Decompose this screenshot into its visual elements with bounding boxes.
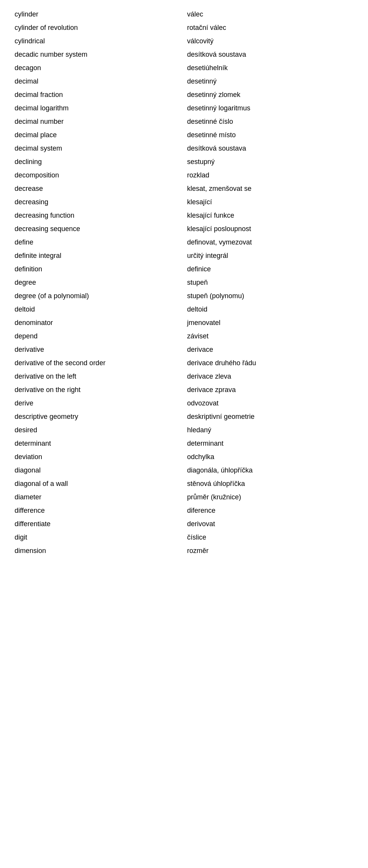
english-term: decrease: [12, 182, 184, 195]
table-row: decreasing sequenceklesající posloupnost: [12, 222, 356, 236]
table-row: decreasing functionklesající funkce: [12, 209, 356, 222]
english-term: derivative: [12, 343, 184, 356]
english-term: deviation: [12, 450, 184, 464]
czech-translation: stěnová úhlopříčka: [184, 477, 356, 491]
english-term: decimal system: [12, 142, 184, 155]
english-term: derive: [12, 397, 184, 410]
czech-translation: sestupný: [184, 155, 356, 169]
english-term: decimal: [12, 75, 184, 88]
table-row: derivative of the second orderderivace d…: [12, 356, 356, 370]
table-row: decliningsestupný: [12, 155, 356, 169]
czech-translation: definovat, vymezovat: [184, 236, 356, 249]
czech-translation: deskriptivní geometrie: [184, 410, 356, 423]
table-row: derivativederivace: [12, 343, 356, 356]
czech-translation: desetiúhelník: [184, 61, 356, 75]
czech-translation: deltoid: [184, 303, 356, 316]
czech-translation: desetinný logaritmus: [184, 102, 356, 115]
table-row: decompositionrozklad: [12, 169, 356, 182]
english-term: decomposition: [12, 169, 184, 182]
english-term: diameter: [12, 491, 184, 504]
table-row: degree (of a polynomial)stupeň (polynomu…: [12, 289, 356, 303]
table-row: differencediference: [12, 504, 356, 517]
table-row: differentiatederivovat: [12, 517, 356, 531]
czech-translation: válcovitý: [184, 34, 356, 48]
english-term: differentiate: [12, 517, 184, 531]
czech-translation: derivace zprava: [184, 383, 356, 397]
czech-translation: odchylka: [184, 450, 356, 464]
czech-translation: válec: [184, 8, 356, 21]
czech-translation: jmenovatel: [184, 316, 356, 330]
table-row: denominatorjmenovatel: [12, 316, 356, 330]
english-term: cylinder of revolution: [12, 21, 184, 34]
table-row: deriveodvozovat: [12, 397, 356, 410]
czech-translation: číslice: [184, 531, 356, 544]
table-row: decimal fractiondesetinný zlomek: [12, 88, 356, 102]
table-row: definite integralurčitý integrál: [12, 249, 356, 263]
english-term: derivative on the right: [12, 383, 184, 397]
english-term: decadic number system: [12, 48, 184, 61]
czech-translation: desetinný zlomek: [184, 88, 356, 102]
czech-translation: odvozovat: [184, 397, 356, 410]
table-row: derivative on the rightderivace zprava: [12, 383, 356, 397]
table-row: cylinderválec: [12, 8, 356, 21]
table-row: decimal logarithmdesetinný logaritmus: [12, 102, 356, 115]
english-term: declining: [12, 155, 184, 169]
english-term: dimension: [12, 544, 184, 558]
czech-translation: derivace: [184, 343, 356, 356]
english-term: diagonal of a wall: [12, 477, 184, 491]
czech-translation: rozklad: [184, 169, 356, 182]
english-term: decreasing function: [12, 209, 184, 222]
english-term: desired: [12, 423, 184, 437]
czech-translation: určitý integrál: [184, 249, 356, 263]
table-row: determinantdeterminant: [12, 437, 356, 450]
czech-translation: stupeň: [184, 276, 356, 289]
czech-translation: desetinné místo: [184, 128, 356, 142]
czech-translation: determinant: [184, 437, 356, 450]
table-row: diameterprůměr (kružnice): [12, 491, 356, 504]
czech-translation: diference: [184, 504, 356, 517]
english-term: cylindrical: [12, 34, 184, 48]
czech-translation: desítková soustava: [184, 48, 356, 61]
table-row: definitiondefinice: [12, 263, 356, 276]
english-term: denominator: [12, 316, 184, 330]
czech-translation: derivace druhého řádu: [184, 356, 356, 370]
table-row: decimal placedesetinné místo: [12, 128, 356, 142]
czech-translation: klesat, zmenšovat se: [184, 182, 356, 195]
table-row: decreaseklesat, zmenšovat se: [12, 182, 356, 195]
czech-translation: klesající posloupnost: [184, 222, 356, 236]
czech-translation: rozměr: [184, 544, 356, 558]
english-term: decimal number: [12, 115, 184, 128]
table-row: derivative on the leftderivace zleva: [12, 370, 356, 383]
table-row: deltoiddeltoid: [12, 303, 356, 316]
english-term: cylinder: [12, 8, 184, 21]
english-term: decreasing: [12, 195, 184, 209]
table-row: decimal numberdesetinné číslo: [12, 115, 356, 128]
czech-translation: klesající funkce: [184, 209, 356, 222]
table-row: desiredhledaný: [12, 423, 356, 437]
english-term: definition: [12, 263, 184, 276]
dictionary-table: cylinderváleccylinder of revolutionrotač…: [12, 8, 356, 558]
table-row: decadic number systemdesítková soustava: [12, 48, 356, 61]
english-term: deltoid: [12, 303, 184, 316]
czech-translation: stupeň (polynomu): [184, 289, 356, 303]
table-row: dimensionrozměr: [12, 544, 356, 558]
table-row: diagonal of a wallstěnová úhlopříčka: [12, 477, 356, 491]
english-term: derivative of the second order: [12, 356, 184, 370]
table-row: digitčíslice: [12, 531, 356, 544]
english-term: define: [12, 236, 184, 249]
english-term: diagonal: [12, 464, 184, 477]
table-row: decreasingklesající: [12, 195, 356, 209]
czech-translation: diagonála, úhlopříčka: [184, 464, 356, 477]
table-row: cylindricalválcovitý: [12, 34, 356, 48]
english-term: depend: [12, 330, 184, 343]
table-row: decagondesetiúhelník: [12, 61, 356, 75]
english-term: derivative on the left: [12, 370, 184, 383]
english-term: digit: [12, 531, 184, 544]
table-row: decimaldesetinný: [12, 75, 356, 88]
english-term: determinant: [12, 437, 184, 450]
table-row: descriptive geometrydeskriptivní geometr…: [12, 410, 356, 423]
english-term: decimal place: [12, 128, 184, 142]
table-row: decimal systemdesítková soustava: [12, 142, 356, 155]
czech-translation: derivace zleva: [184, 370, 356, 383]
english-term: definite integral: [12, 249, 184, 263]
